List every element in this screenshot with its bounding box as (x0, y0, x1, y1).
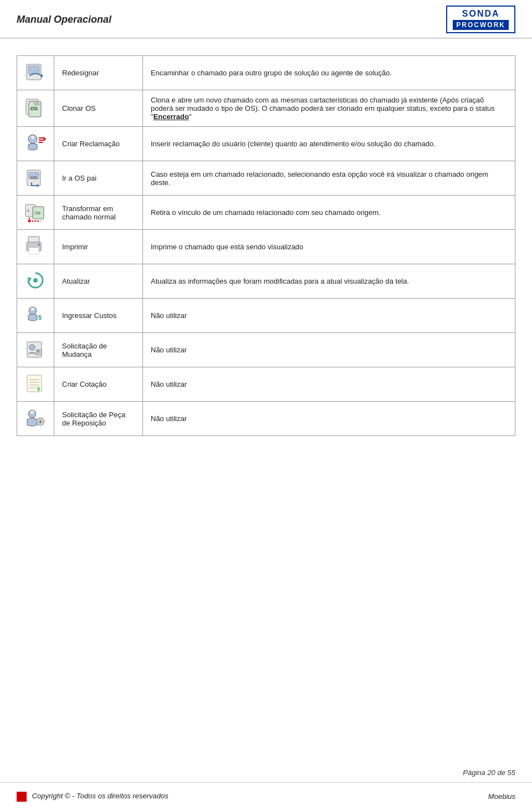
svg-point-8 (31, 136, 34, 139)
icon-cell-criar-cotacao: $ (17, 367, 54, 402)
desc-cell-criar-reclamacao: Inserir reclamação do usuário (cliente) … (143, 127, 515, 161)
name-cell-criar-cotacao: Criar Cotação (54, 367, 143, 402)
name-cell-ingressar-custos: Ingressar Custos (54, 299, 143, 333)
page-title: Manual Operacional (17, 14, 111, 25)
svg-rect-22 (29, 248, 39, 254)
logo-sonda: SONDA (462, 9, 500, 19)
redesignar-icon (25, 61, 46, 83)
name-cell-solicitacao-peca: Solicitação de Peça de Reposição (54, 402, 143, 436)
svg-marker-9 (44, 137, 46, 141)
desc-cell-imprimir: Imprime o chamado que está sendo visuali… (143, 230, 515, 264)
criar-cotacao-icon: $ (25, 373, 46, 394)
icon-cell-solicitacao-peca: + (17, 402, 54, 436)
svg-text:OS: OS (30, 175, 37, 180)
name-cell-transformar: Transformar em chamado normal (54, 196, 143, 230)
svg-text:4: 4 (27, 209, 29, 213)
ir-a-os-pai-icon: OS (25, 167, 46, 188)
footer-accent-square (17, 792, 27, 802)
svg-text:$: $ (38, 314, 42, 321)
svg-text:OS: OS (30, 106, 38, 111)
footer-left: Copyright © - Todos os direitos reservad… (17, 792, 168, 802)
desc-cell-solicitacao-peca: Não utilizar (143, 402, 515, 436)
name-cell-criar-reclamacao: Criar Reclamação (54, 127, 143, 161)
table-row: 4 OS Transformar em chamado normal Retir… (17, 196, 515, 230)
table-row: Atualizar Atualiza as informações que fo… (17, 264, 515, 299)
table-row: $ Ingressar Custos Não utilizar (17, 299, 515, 333)
logo-box: SONDA PROCWORK (446, 6, 515, 33)
table-row: $ Criar Cotação Não utilizar (17, 367, 515, 402)
main-content: Redesignar Encaminhar o chamado para out… (0, 39, 532, 447)
desc-cell-atualizar: Atualiza as informações que foram modifi… (143, 264, 515, 299)
imprimir-icon (25, 235, 46, 257)
name-cell-redesignar: Redesignar (54, 56, 143, 90)
logo-container: SONDA PROCWORK (446, 6, 515, 33)
table-row: Imprimir Imprime o chamado que está send… (17, 230, 515, 264)
header: Manual Operacional SONDA PROCWORK (0, 0, 532, 39)
desc-cell-criar-cotacao: Não utilizar (143, 367, 515, 402)
desc-cell-clonar-os: Clona e abre um novo chamado com as mesm… (143, 90, 515, 127)
desc-cell-ingressar-custos: Não utilizar (143, 299, 515, 333)
name-cell-clonar-os: Clonar OS (54, 90, 143, 127)
encerrado-text: Encerrado (154, 112, 189, 121)
table-row: Solicitação de Mudança Não utilizar (17, 333, 515, 367)
icon-cell-imprimir (17, 230, 54, 264)
name-cell-imprimir: Imprimir (54, 230, 143, 264)
table-row: Redesignar Encaminhar o chamado para out… (17, 56, 515, 90)
svg-text:OS: OS (34, 102, 39, 106)
icon-cell-redesignar (17, 56, 54, 90)
logo-procwork: PROCWORK (453, 20, 509, 30)
footer-bar: Copyright © - Todos os direitos reservad… (0, 782, 532, 810)
clonar-os-icon: OS OS (25, 97, 46, 118)
name-cell-atualizar: Atualizar (54, 264, 143, 299)
solicitacao-peca-icon: + (25, 407, 46, 428)
transformar-chamado-icon: 4 OS (25, 201, 46, 222)
icon-cell-atualizar (17, 264, 54, 299)
name-cell-solicitacao-mudanca: Solicitação de Mudança (54, 333, 143, 367)
desc-cell-solicitacao-mudanca: Não utilizar (143, 333, 515, 367)
table-row: Criar Reclamação Inserir reclamação do u… (17, 127, 515, 161)
svg-point-39 (30, 411, 34, 414)
svg-point-25 (33, 278, 38, 283)
icon-cell-ingressar-custos: $ (17, 299, 54, 333)
desc-cell-redesignar: Encaminhar o chamado para outro grupo de… (143, 56, 515, 90)
table-row: OS Ir a OS pai Caso esteja em um chamado… (17, 161, 515, 196)
svg-rect-1 (28, 66, 39, 74)
footer-right: Moebius (488, 792, 515, 801)
svg-text:$: $ (37, 386, 40, 392)
svg-point-27 (31, 307, 34, 311)
svg-marker-2 (41, 74, 43, 78)
svg-rect-23 (38, 244, 40, 245)
table-row: + Solicitação de Peça de Reposição Não u… (17, 402, 515, 436)
actions-table: Redesignar Encaminhar o chamado para out… (17, 55, 515, 436)
desc-cell-transformar: Retira o vínculo de um chamado relaciona… (143, 196, 515, 230)
icon-cell-clonar-os: OS OS (17, 90, 54, 127)
icon-cell-transformar: 4 OS (17, 196, 54, 230)
criar-reclamacao-icon (25, 132, 46, 153)
svg-text:+: + (39, 419, 42, 425)
svg-point-30 (29, 345, 35, 350)
icon-cell-criar-reclamacao (17, 127, 54, 161)
icon-cell-solicitacao-mudanca (17, 333, 54, 367)
atualizar-icon (25, 270, 46, 291)
svg-text:OS: OS (35, 211, 40, 215)
name-cell-ir-a-os-pai: Ir a OS pai (54, 161, 143, 196)
table-row: OS OS Clonar OS Clona e abre um novo cha… (17, 90, 515, 127)
page-number: Página 20 de 55 (463, 768, 515, 777)
icon-cell-ir-a-os-pai: OS (17, 161, 54, 196)
desc-cell-ir-a-os-pai: Caso esteja em um chamado relacionado, s… (143, 161, 515, 196)
ingressar-custos-icon: $ (25, 304, 46, 325)
solicitacao-mudanca-icon (25, 339, 46, 360)
